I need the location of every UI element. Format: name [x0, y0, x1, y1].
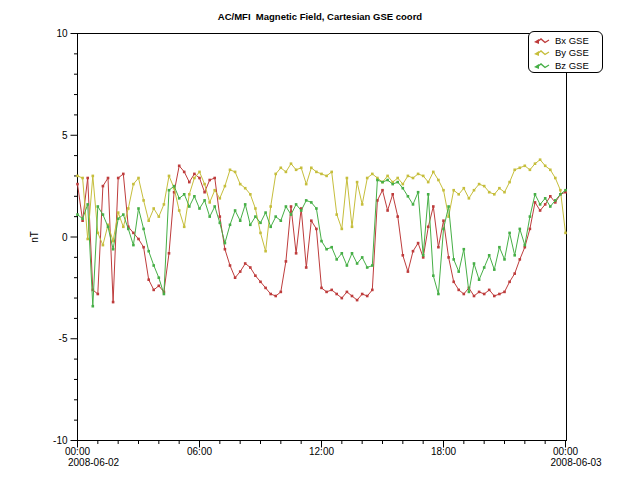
- bx-line-sample-icon: [533, 36, 551, 45]
- data-point-marker: [483, 185, 486, 188]
- data-point-marker: [86, 177, 89, 180]
- data-point-marker: [529, 215, 532, 218]
- data-point-marker: [280, 167, 283, 170]
- data-point-marker: [208, 215, 211, 218]
- data-point-marker: [86, 238, 89, 241]
- data-point-marker: [493, 268, 496, 271]
- data-point-marker: [122, 226, 125, 229]
- data-point-marker: [234, 276, 237, 279]
- data-point-marker: [432, 205, 435, 208]
- data-point-marker: [300, 209, 303, 212]
- data-point-marker: [386, 209, 389, 212]
- bz-line-sample-icon: [533, 61, 551, 70]
- data-point-marker: [330, 246, 333, 249]
- data-point-marker: [417, 173, 420, 176]
- data-point-marker: [519, 167, 522, 170]
- data-point-marker: [498, 246, 501, 249]
- data-point-marker: [224, 185, 227, 188]
- by-line-sample-icon: [533, 48, 551, 57]
- plot-window: AC/MFI Magnetic Field, Cartesian GSE coo…: [0, 0, 640, 480]
- data-point-marker: [417, 191, 420, 194]
- data-point-marker: [127, 207, 130, 210]
- data-point-marker: [188, 193, 191, 196]
- data-point-marker: [381, 181, 384, 184]
- data-point-marker: [437, 179, 440, 182]
- data-point-marker: [503, 258, 506, 261]
- data-point-marker: [290, 162, 293, 165]
- data-point-marker: [335, 258, 338, 261]
- legend-label-bz: Bz GSE: [555, 60, 589, 71]
- data-point-marker: [254, 207, 257, 210]
- data-point-marker: [412, 203, 415, 206]
- data-point-marker: [564, 232, 567, 235]
- x-end-date-label: 2008-06-03: [551, 457, 603, 468]
- data-point-marker: [137, 238, 140, 241]
- data-point-marker: [122, 173, 125, 176]
- data-point-marker: [564, 189, 567, 192]
- data-point-marker: [107, 226, 110, 229]
- y-axis-label: nT: [29, 231, 40, 243]
- data-point-marker: [513, 254, 516, 257]
- data-point-marker: [473, 295, 476, 298]
- data-point-marker: [427, 193, 430, 196]
- data-point-marker: [234, 209, 237, 212]
- data-point-marker: [300, 167, 303, 170]
- data-point-marker: [152, 264, 155, 267]
- data-point-marker: [213, 189, 216, 192]
- data-point-marker: [488, 191, 491, 194]
- legend-label-by: By GSE: [555, 47, 589, 58]
- data-point-marker: [198, 207, 201, 210]
- y-tick-label: 5: [62, 130, 68, 141]
- data-point-marker: [508, 281, 511, 284]
- data-point-marker: [417, 242, 420, 245]
- data-point-marker: [432, 274, 435, 277]
- data-point-marker: [422, 175, 425, 178]
- data-point-marker: [112, 248, 115, 251]
- data-point-marker: [371, 173, 374, 176]
- data-point-marker: [92, 175, 95, 178]
- data-point-marker: [396, 181, 399, 184]
- data-point-marker: [442, 219, 445, 222]
- data-point-marker: [544, 197, 547, 200]
- data-point-marker: [447, 205, 450, 208]
- data-point-marker: [102, 213, 105, 216]
- data-point-marker: [219, 215, 222, 218]
- data-point-marker: [402, 183, 405, 186]
- data-point-marker: [117, 177, 120, 180]
- data-point-marker: [493, 193, 496, 196]
- data-point-marker: [117, 211, 120, 214]
- data-point-marker: [346, 291, 349, 294]
- data-point-marker: [473, 262, 476, 265]
- data-point-marker: [549, 195, 552, 198]
- data-point-marker: [407, 270, 410, 273]
- data-point-marker: [239, 219, 242, 222]
- data-point-marker: [386, 179, 389, 182]
- data-point-marker: [371, 264, 374, 267]
- data-point-marker: [269, 205, 272, 208]
- data-point-marker: [132, 244, 135, 247]
- data-point-marker: [468, 291, 471, 294]
- data-point-marker: [341, 228, 344, 231]
- data-point-marker: [371, 289, 374, 292]
- data-point-marker: [305, 183, 308, 186]
- legend-entry-bz: Bz GSE: [533, 59, 602, 72]
- data-point-marker: [219, 222, 222, 225]
- data-point-marker: [508, 232, 511, 235]
- data-point-marker: [356, 299, 359, 302]
- data-point-marker: [412, 250, 415, 253]
- x-tick-label: 06:00: [187, 446, 212, 457]
- data-point-marker: [254, 274, 257, 277]
- data-point-marker: [503, 191, 506, 194]
- data-point-marker: [554, 177, 557, 180]
- data-point-marker: [163, 203, 166, 206]
- data-point-marker: [412, 177, 415, 180]
- data-point-marker: [341, 252, 344, 255]
- data-point-marker: [478, 291, 481, 294]
- data-point-marker: [152, 207, 155, 210]
- data-point-marker: [320, 287, 323, 290]
- data-point-marker: [158, 215, 161, 218]
- data-point-marker: [335, 213, 338, 216]
- data-point-marker: [513, 272, 516, 275]
- data-point-marker: [503, 291, 506, 294]
- data-point-marker: [213, 177, 216, 180]
